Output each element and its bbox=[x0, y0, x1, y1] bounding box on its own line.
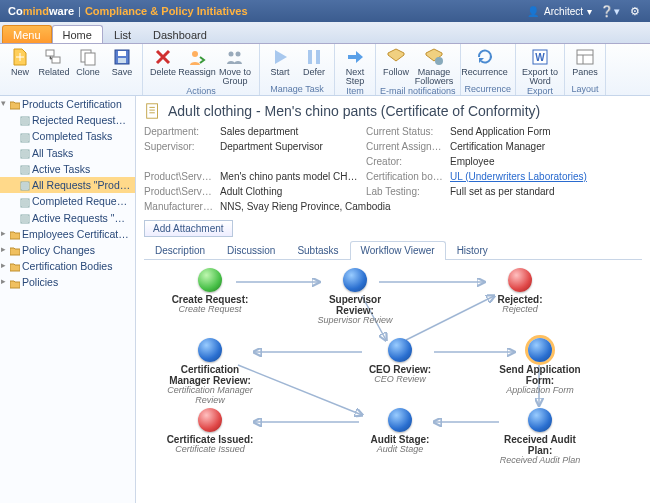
svg-text:W: W bbox=[535, 52, 545, 63]
next-step-button[interactable]: Next Step bbox=[339, 46, 371, 86]
workflow-node-icon bbox=[388, 338, 412, 362]
related-button[interactable]: Related bbox=[38, 46, 70, 84]
workflow-node-name: Send Application Form: bbox=[494, 364, 586, 386]
expand-icon[interactable]: ▸ bbox=[1, 228, 6, 238]
recurrence-button[interactable]: Recurrence bbox=[465, 46, 505, 84]
sidebar-folder[interactable]: ▸Employees Certification bbox=[0, 226, 135, 242]
svg-point-9 bbox=[236, 52, 241, 57]
manage-followers-button[interactable]: Manage Followers bbox=[414, 46, 454, 86]
sidebar: ▾Products CertificationRejected Requests… bbox=[0, 96, 136, 503]
label-product-service: Product\Servic… bbox=[144, 171, 214, 182]
sidebar-folder[interactable]: ▸Policy Changes bbox=[0, 242, 135, 258]
label-cert-body: Certification bo… bbox=[366, 171, 444, 182]
workflow-node-rejected[interactable]: Rejected:Rejected bbox=[474, 268, 566, 315]
detail-tabs: Description Discussion Subtasks Workflow… bbox=[144, 241, 642, 260]
expand-icon[interactable]: ▾ bbox=[1, 98, 6, 108]
workflow-node-icon bbox=[528, 408, 552, 432]
svg-rect-3 bbox=[85, 53, 95, 65]
workflow-node-sendapp[interactable]: Send Application Form:Application Form bbox=[494, 338, 586, 396]
workflow-node-create[interactable]: Create Request:Create Request bbox=[164, 268, 256, 315]
list-icon bbox=[20, 149, 30, 159]
value-cert-body[interactable]: UL (Underwriters Laboratories) bbox=[450, 171, 642, 182]
workflow-node-sub: Certificate Issued bbox=[164, 445, 256, 455]
workflow-node-certissued[interactable]: Certificate Issued:Certificate Issued bbox=[164, 408, 256, 455]
workflow-node-cmreview[interactable]: Certification Manager Review:Certificati… bbox=[164, 338, 256, 406]
sidebar-item-label: Policy Changes bbox=[22, 244, 95, 256]
svg-point-7 bbox=[192, 51, 198, 57]
workflow-node-name: Certification Manager Review: bbox=[164, 364, 256, 386]
move-to-group-button[interactable]: Move to Group bbox=[215, 46, 255, 86]
follow-button[interactable]: Follow bbox=[380, 46, 412, 86]
start-button[interactable]: Start bbox=[264, 46, 296, 84]
sidebar-item[interactable]: All Tasks bbox=[0, 145, 135, 161]
sidebar-item-label: All Requests "Product Cer… bbox=[32, 179, 135, 191]
user-menu[interactable]: 👤 Architect ▾ bbox=[526, 4, 592, 18]
save-button[interactable]: Save bbox=[106, 46, 138, 84]
workflow-node-audit[interactable]: Audit Stage:Audit Stage bbox=[354, 408, 446, 455]
chevron-down-icon: ▾ bbox=[587, 6, 592, 17]
folder-icon bbox=[10, 279, 20, 289]
workflow-node-recvplan[interactable]: Received Audit Plan:Received Audit Plan bbox=[494, 408, 586, 466]
app-title: Compliance & Policy Initiatives bbox=[85, 5, 248, 17]
tab-workflow-viewer[interactable]: Workflow Viewer bbox=[350, 241, 446, 260]
tab-home[interactable]: Home bbox=[52, 25, 103, 43]
ribbon: New Related Clone Save Delete Reassign M… bbox=[0, 44, 650, 96]
tab-dashboard[interactable]: Dashboard bbox=[142, 25, 218, 43]
expand-icon[interactable]: ▸ bbox=[1, 260, 6, 270]
workflow-node-sub: Audit Stage bbox=[354, 445, 446, 455]
workflow-node-sub: CEO Review bbox=[354, 375, 446, 385]
sidebar-item[interactable]: Active Requests "Product … bbox=[0, 210, 135, 226]
sidebar-item[interactable]: Completed Tasks bbox=[0, 128, 135, 144]
sidebar-item-label: Active Requests "Product … bbox=[32, 212, 135, 224]
sidebar-folder[interactable]: ▾Products Certification bbox=[0, 96, 135, 112]
label-assignee: Current Assign… bbox=[366, 141, 444, 152]
sidebar-item-label: Products Certification bbox=[22, 98, 122, 110]
expand-icon[interactable]: ▸ bbox=[1, 244, 6, 254]
workflow-node-sub: Received Audit Plan bbox=[494, 456, 586, 466]
sidebar-item-label: Active Tasks bbox=[32, 163, 90, 175]
sidebar-item[interactable]: Active Tasks bbox=[0, 161, 135, 177]
settings-icon[interactable]: ⚙ bbox=[628, 4, 642, 18]
sidebar-folder[interactable]: ▸Policies bbox=[0, 274, 135, 290]
add-attachment-button[interactable]: Add Attachment bbox=[144, 220, 233, 237]
cert-body-link[interactable]: UL (Underwriters Laboratories) bbox=[450, 171, 587, 182]
new-button[interactable]: New bbox=[4, 46, 36, 84]
tab-description[interactable]: Description bbox=[144, 241, 216, 259]
panes-button[interactable]: Panes bbox=[569, 46, 601, 84]
workflow-node-sub: Application Form bbox=[494, 386, 586, 396]
chevron-down-icon: ▾ bbox=[614, 5, 620, 18]
tab-list[interactable]: List bbox=[103, 25, 142, 43]
clone-button[interactable]: Clone bbox=[72, 46, 104, 84]
sidebar-item-label: Completed Requests "Pro… bbox=[32, 195, 135, 207]
list-icon bbox=[20, 133, 30, 143]
help-icon[interactable]: ❔ bbox=[600, 4, 614, 18]
expand-icon[interactable]: ▸ bbox=[1, 276, 6, 286]
workflow-node-sub: Rejected bbox=[474, 305, 566, 315]
workflow-node-ceoreview[interactable]: CEO Review:CEO Review bbox=[354, 338, 446, 385]
workflow-node-sub: Certification Manager Review bbox=[164, 386, 256, 406]
sidebar-item[interactable]: All Requests "Product Cer… bbox=[0, 177, 135, 193]
sidebar-item[interactable]: Rejected Requests "Produ… bbox=[0, 112, 135, 128]
svg-rect-1 bbox=[52, 57, 60, 63]
delete-button[interactable]: Delete bbox=[147, 46, 179, 86]
tab-subtasks[interactable]: Subtasks bbox=[286, 241, 349, 259]
tab-menu[interactable]: Menu bbox=[2, 25, 52, 43]
label-product-service-2: Product\Servic… bbox=[144, 186, 214, 197]
tab-discussion[interactable]: Discussion bbox=[216, 241, 286, 259]
sidebar-item-label: Completed Tasks bbox=[32, 130, 112, 142]
sidebar-item[interactable]: Completed Requests "Pro… bbox=[0, 193, 135, 209]
reassign-button[interactable]: Reassign bbox=[181, 46, 213, 86]
label-manufacturer: Manufacturer N… bbox=[144, 201, 214, 212]
workflow-node-supreview[interactable]: Supervisor Review:Supervisor Review bbox=[309, 268, 401, 326]
list-icon bbox=[20, 181, 30, 191]
export-word-button[interactable]: WExport to Word bbox=[520, 46, 560, 86]
workflow-node-icon bbox=[343, 268, 367, 292]
folder-icon bbox=[10, 100, 20, 110]
tab-history[interactable]: History bbox=[446, 241, 499, 259]
value-product-service-2: Adult Clothing bbox=[220, 186, 360, 197]
workflow-canvas[interactable]: Create Request:Create RequestSupervisor … bbox=[144, 260, 642, 470]
defer-button[interactable]: Defer bbox=[298, 46, 330, 84]
brand-logo: Comindware bbox=[8, 5, 74, 17]
svg-point-8 bbox=[229, 52, 234, 57]
sidebar-folder[interactable]: ▸Certification Bodies bbox=[0, 258, 135, 274]
